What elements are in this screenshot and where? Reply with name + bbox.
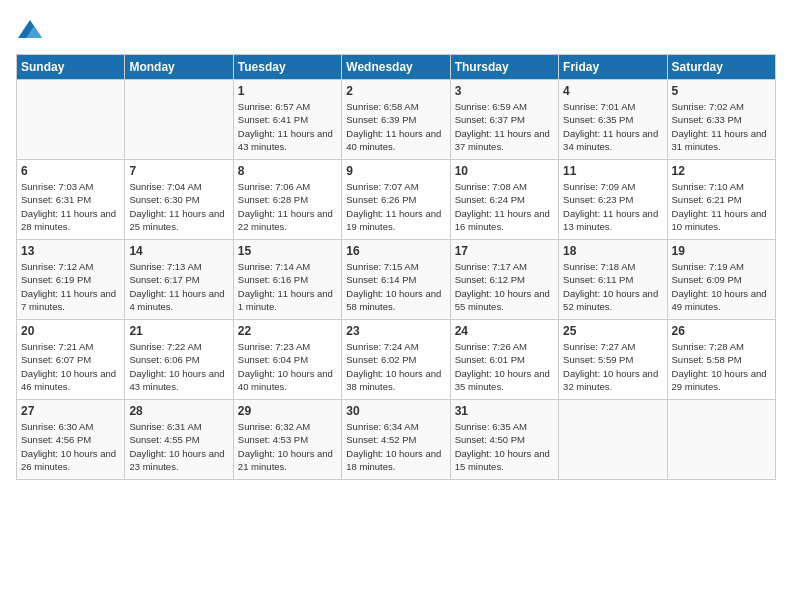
column-header-sunday: Sunday	[17, 55, 125, 80]
column-header-tuesday: Tuesday	[233, 55, 341, 80]
day-detail: Sunrise: 6:35 AM Sunset: 4:50 PM Dayligh…	[455, 420, 554, 473]
day-number: 4	[563, 84, 662, 98]
calendar-cell: 15Sunrise: 7:14 AM Sunset: 6:16 PM Dayli…	[233, 240, 341, 320]
calendar-cell: 17Sunrise: 7:17 AM Sunset: 6:12 PM Dayli…	[450, 240, 558, 320]
calendar-cell: 18Sunrise: 7:18 AM Sunset: 6:11 PM Dayli…	[559, 240, 667, 320]
day-number: 2	[346, 84, 445, 98]
day-detail: Sunrise: 7:13 AM Sunset: 6:17 PM Dayligh…	[129, 260, 228, 313]
calendar-cell: 8Sunrise: 7:06 AM Sunset: 6:28 PM Daylig…	[233, 160, 341, 240]
day-number: 19	[672, 244, 771, 258]
calendar-week-row: 13Sunrise: 7:12 AM Sunset: 6:19 PM Dayli…	[17, 240, 776, 320]
day-detail: Sunrise: 6:34 AM Sunset: 4:52 PM Dayligh…	[346, 420, 445, 473]
calendar-cell: 6Sunrise: 7:03 AM Sunset: 6:31 PM Daylig…	[17, 160, 125, 240]
day-number: 26	[672, 324, 771, 338]
calendar-cell: 30Sunrise: 6:34 AM Sunset: 4:52 PM Dayli…	[342, 400, 450, 480]
calendar-table: SundayMondayTuesdayWednesdayThursdayFrid…	[16, 54, 776, 480]
day-number: 6	[21, 164, 120, 178]
day-detail: Sunrise: 7:26 AM Sunset: 6:01 PM Dayligh…	[455, 340, 554, 393]
calendar-cell: 11Sunrise: 7:09 AM Sunset: 6:23 PM Dayli…	[559, 160, 667, 240]
day-detail: Sunrise: 7:01 AM Sunset: 6:35 PM Dayligh…	[563, 100, 662, 153]
day-detail: Sunrise: 7:02 AM Sunset: 6:33 PM Dayligh…	[672, 100, 771, 153]
day-number: 18	[563, 244, 662, 258]
calendar-cell: 24Sunrise: 7:26 AM Sunset: 6:01 PM Dayli…	[450, 320, 558, 400]
day-detail: Sunrise: 7:10 AM Sunset: 6:21 PM Dayligh…	[672, 180, 771, 233]
day-number: 31	[455, 404, 554, 418]
day-number: 27	[21, 404, 120, 418]
day-detail: Sunrise: 7:27 AM Sunset: 5:59 PM Dayligh…	[563, 340, 662, 393]
day-detail: Sunrise: 7:21 AM Sunset: 6:07 PM Dayligh…	[21, 340, 120, 393]
day-detail: Sunrise: 6:57 AM Sunset: 6:41 PM Dayligh…	[238, 100, 337, 153]
calendar-header-row: SundayMondayTuesdayWednesdayThursdayFrid…	[17, 55, 776, 80]
day-detail: Sunrise: 7:04 AM Sunset: 6:30 PM Dayligh…	[129, 180, 228, 233]
day-detail: Sunrise: 7:07 AM Sunset: 6:26 PM Dayligh…	[346, 180, 445, 233]
calendar-cell: 3Sunrise: 6:59 AM Sunset: 6:37 PM Daylig…	[450, 80, 558, 160]
calendar-cell: 23Sunrise: 7:24 AM Sunset: 6:02 PM Dayli…	[342, 320, 450, 400]
day-number: 13	[21, 244, 120, 258]
day-number: 8	[238, 164, 337, 178]
day-detail: Sunrise: 7:14 AM Sunset: 6:16 PM Dayligh…	[238, 260, 337, 313]
calendar-cell: 12Sunrise: 7:10 AM Sunset: 6:21 PM Dayli…	[667, 160, 775, 240]
day-number: 5	[672, 84, 771, 98]
calendar-cell: 16Sunrise: 7:15 AM Sunset: 6:14 PM Dayli…	[342, 240, 450, 320]
calendar-cell: 27Sunrise: 6:30 AM Sunset: 4:56 PM Dayli…	[17, 400, 125, 480]
day-detail: Sunrise: 7:23 AM Sunset: 6:04 PM Dayligh…	[238, 340, 337, 393]
day-detail: Sunrise: 7:15 AM Sunset: 6:14 PM Dayligh…	[346, 260, 445, 313]
calendar-cell: 2Sunrise: 6:58 AM Sunset: 6:39 PM Daylig…	[342, 80, 450, 160]
logo-icon	[16, 16, 44, 44]
day-detail: Sunrise: 7:24 AM Sunset: 6:02 PM Dayligh…	[346, 340, 445, 393]
day-detail: Sunrise: 7:12 AM Sunset: 6:19 PM Dayligh…	[21, 260, 120, 313]
day-number: 22	[238, 324, 337, 338]
calendar-cell: 20Sunrise: 7:21 AM Sunset: 6:07 PM Dayli…	[17, 320, 125, 400]
day-detail: Sunrise: 6:30 AM Sunset: 4:56 PM Dayligh…	[21, 420, 120, 473]
day-number: 3	[455, 84, 554, 98]
calendar-cell	[667, 400, 775, 480]
day-number: 17	[455, 244, 554, 258]
calendar-cell	[559, 400, 667, 480]
day-number: 7	[129, 164, 228, 178]
calendar-cell	[17, 80, 125, 160]
calendar-cell: 26Sunrise: 7:28 AM Sunset: 5:58 PM Dayli…	[667, 320, 775, 400]
day-number: 25	[563, 324, 662, 338]
day-number: 11	[563, 164, 662, 178]
calendar-cell: 1Sunrise: 6:57 AM Sunset: 6:41 PM Daylig…	[233, 80, 341, 160]
calendar-cell: 28Sunrise: 6:31 AM Sunset: 4:55 PM Dayli…	[125, 400, 233, 480]
day-detail: Sunrise: 7:19 AM Sunset: 6:09 PM Dayligh…	[672, 260, 771, 313]
day-detail: Sunrise: 6:31 AM Sunset: 4:55 PM Dayligh…	[129, 420, 228, 473]
calendar-cell: 29Sunrise: 6:32 AM Sunset: 4:53 PM Dayli…	[233, 400, 341, 480]
day-detail: Sunrise: 6:59 AM Sunset: 6:37 PM Dayligh…	[455, 100, 554, 153]
day-detail: Sunrise: 7:22 AM Sunset: 6:06 PM Dayligh…	[129, 340, 228, 393]
day-number: 1	[238, 84, 337, 98]
day-number: 23	[346, 324, 445, 338]
logo	[16, 16, 48, 44]
day-detail: Sunrise: 7:17 AM Sunset: 6:12 PM Dayligh…	[455, 260, 554, 313]
day-detail: Sunrise: 7:03 AM Sunset: 6:31 PM Dayligh…	[21, 180, 120, 233]
calendar-cell: 31Sunrise: 6:35 AM Sunset: 4:50 PM Dayli…	[450, 400, 558, 480]
day-detail: Sunrise: 6:58 AM Sunset: 6:39 PM Dayligh…	[346, 100, 445, 153]
calendar-week-row: 1Sunrise: 6:57 AM Sunset: 6:41 PM Daylig…	[17, 80, 776, 160]
calendar-week-row: 6Sunrise: 7:03 AM Sunset: 6:31 PM Daylig…	[17, 160, 776, 240]
day-number: 24	[455, 324, 554, 338]
day-detail: Sunrise: 7:08 AM Sunset: 6:24 PM Dayligh…	[455, 180, 554, 233]
calendar-cell: 10Sunrise: 7:08 AM Sunset: 6:24 PM Dayli…	[450, 160, 558, 240]
day-number: 15	[238, 244, 337, 258]
day-detail: Sunrise: 7:18 AM Sunset: 6:11 PM Dayligh…	[563, 260, 662, 313]
calendar-cell: 13Sunrise: 7:12 AM Sunset: 6:19 PM Dayli…	[17, 240, 125, 320]
day-number: 28	[129, 404, 228, 418]
calendar-week-row: 27Sunrise: 6:30 AM Sunset: 4:56 PM Dayli…	[17, 400, 776, 480]
column-header-saturday: Saturday	[667, 55, 775, 80]
calendar-cell: 22Sunrise: 7:23 AM Sunset: 6:04 PM Dayli…	[233, 320, 341, 400]
calendar-cell: 9Sunrise: 7:07 AM Sunset: 6:26 PM Daylig…	[342, 160, 450, 240]
day-number: 10	[455, 164, 554, 178]
calendar-cell	[125, 80, 233, 160]
column-header-monday: Monday	[125, 55, 233, 80]
day-number: 9	[346, 164, 445, 178]
column-header-thursday: Thursday	[450, 55, 558, 80]
calendar-cell: 21Sunrise: 7:22 AM Sunset: 6:06 PM Dayli…	[125, 320, 233, 400]
day-detail: Sunrise: 7:09 AM Sunset: 6:23 PM Dayligh…	[563, 180, 662, 233]
column-header-wednesday: Wednesday	[342, 55, 450, 80]
calendar-week-row: 20Sunrise: 7:21 AM Sunset: 6:07 PM Dayli…	[17, 320, 776, 400]
calendar-cell: 4Sunrise: 7:01 AM Sunset: 6:35 PM Daylig…	[559, 80, 667, 160]
page-header	[16, 16, 776, 44]
day-number: 12	[672, 164, 771, 178]
day-number: 16	[346, 244, 445, 258]
